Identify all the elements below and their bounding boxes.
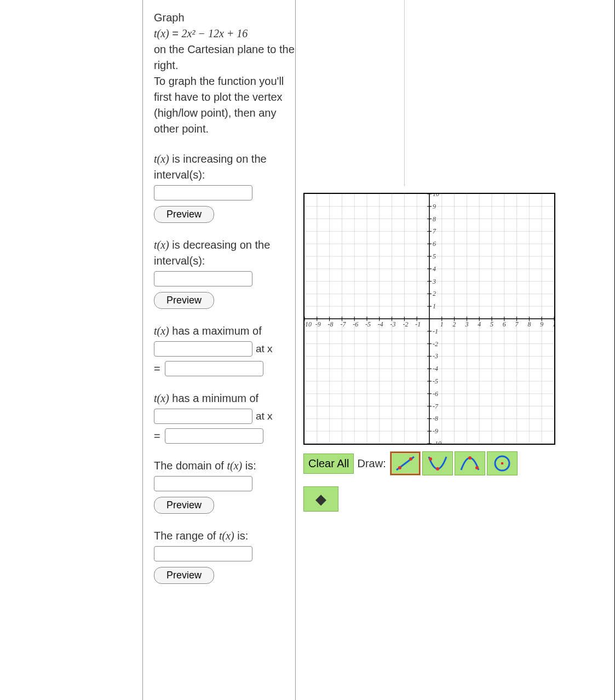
svg-text:-7: -7 xyxy=(340,320,346,328)
svg-text:-1: -1 xyxy=(415,320,421,328)
domain-label: The domain of t(x) is: xyxy=(154,458,295,474)
max-label: t(x) has a maximum of xyxy=(154,323,295,339)
circle-tool[interactable] xyxy=(487,451,518,475)
preview-button[interactable]: Preview xyxy=(154,567,214,584)
parabola-down-tool[interactable] xyxy=(455,451,485,475)
svg-text:3: 3 xyxy=(464,320,468,328)
question-column: Graph t(x) = 2x² − 12x + 16 on the Carte… xyxy=(142,0,296,700)
svg-text:-10: -10 xyxy=(304,320,312,328)
domain-text-c: is: xyxy=(242,460,256,472)
svg-text:-8: -8 xyxy=(328,320,334,328)
svg-text:-3: -3 xyxy=(433,352,438,360)
svg-text:-7: -7 xyxy=(433,403,439,410)
preview-button[interactable]: Preview xyxy=(154,292,214,309)
max-at-input[interactable] xyxy=(165,361,263,376)
column-separator xyxy=(404,0,405,186)
min-fn: t(x) xyxy=(154,392,169,404)
svg-text:9: 9 xyxy=(540,320,543,328)
svg-text:9: 9 xyxy=(433,203,436,210)
draw-label: Draw: xyxy=(355,454,388,473)
svg-text:-9: -9 xyxy=(433,427,438,435)
svg-text:7: 7 xyxy=(433,227,436,235)
domain-text-a: The domain of xyxy=(154,460,227,472)
svg-text:6: 6 xyxy=(433,240,436,248)
min-at-input[interactable] xyxy=(165,428,263,444)
range-section: The range of t(x) is: Preview xyxy=(154,528,295,584)
increasing-input[interactable] xyxy=(154,185,252,200)
parabola-up-icon xyxy=(426,454,450,473)
svg-text:-8: -8 xyxy=(433,415,438,422)
increasing-text: is increasing on the interval(s): xyxy=(154,153,267,181)
parabola-up-tool[interactable] xyxy=(422,451,453,475)
svg-text:-9: -9 xyxy=(315,320,321,328)
increasing-fn: t(x) xyxy=(154,153,169,165)
svg-text:1: 1 xyxy=(440,320,444,328)
line-icon xyxy=(393,454,417,473)
clear-all-button[interactable]: Clear All xyxy=(303,454,354,474)
svg-text:-5: -5 xyxy=(433,377,438,385)
preview-button[interactable]: Preview xyxy=(154,497,214,514)
draw-toolbar: Clear All Draw: xyxy=(303,451,555,475)
svg-text:3: 3 xyxy=(432,278,436,285)
range-text-c: is: xyxy=(234,530,249,542)
min-value-input[interactable] xyxy=(154,409,252,424)
dot-toolbar: ◆ xyxy=(303,486,555,512)
svg-text:10: 10 xyxy=(553,320,554,328)
circle-icon xyxy=(490,454,514,473)
svg-text:-3: -3 xyxy=(390,320,396,328)
domain-input[interactable] xyxy=(154,476,252,491)
svg-text:-1: -1 xyxy=(433,328,438,335)
svg-text:5: 5 xyxy=(490,320,493,328)
page-root: Graph t(x) = 2x² − 12x + 16 on the Carte… xyxy=(0,0,615,700)
domain-fn: t(x) xyxy=(227,460,242,472)
svg-point-125 xyxy=(398,466,401,469)
graph-area: -10-9-8-7-6-5-4-3-2-11234567891010987654… xyxy=(303,193,555,512)
cartesian-plane[interactable]: -10-9-8-7-6-5-4-3-2-11234567891010987654… xyxy=(303,193,555,445)
prompt-instructions: To graph the function you'll first have … xyxy=(154,75,284,135)
svg-point-130 xyxy=(475,466,479,469)
prompt-block: Graph t(x) = 2x² − 12x + 16 on the Carte… xyxy=(154,10,295,137)
svg-point-127 xyxy=(436,467,439,471)
point-tool[interactable]: ◆ xyxy=(303,486,338,512)
svg-text:6: 6 xyxy=(503,320,506,328)
prompt-rest: on the Cartesian plane to the right. xyxy=(154,43,295,71)
svg-point-126 xyxy=(409,457,412,461)
decreasing-fn: t(x) xyxy=(154,239,169,251)
svg-text:-4: -4 xyxy=(433,365,438,372)
range-text-a: The range of xyxy=(154,530,219,542)
svg-text:-4: -4 xyxy=(378,320,383,328)
decreasing-input[interactable] xyxy=(154,271,252,286)
prompt-word-graph: Graph xyxy=(154,12,185,24)
domain-section: The domain of t(x) is: Preview xyxy=(154,458,295,514)
svg-point-128 xyxy=(429,457,432,461)
equals-sign: = xyxy=(169,27,182,39)
svg-text:-10: -10 xyxy=(433,440,441,444)
preview-button[interactable]: Preview xyxy=(154,206,214,223)
svg-text:2: 2 xyxy=(433,290,436,297)
svg-text:8: 8 xyxy=(527,320,531,328)
decreasing-section: t(x) is decreasing on the interval(s): P… xyxy=(154,237,295,309)
svg-text:-5: -5 xyxy=(365,320,371,328)
svg-text:-2: -2 xyxy=(403,320,408,328)
svg-rect-132 xyxy=(501,462,503,464)
max-text: has a maximum of xyxy=(169,325,262,337)
at-x-label: at x xyxy=(256,410,273,422)
svg-text:-6: -6 xyxy=(353,320,358,328)
increasing-label: t(x) is increasing on the interval(s): xyxy=(154,151,295,183)
equals-label: = xyxy=(154,363,160,375)
svg-text:-6: -6 xyxy=(433,390,438,398)
svg-text:1: 1 xyxy=(433,302,436,310)
decreasing-text: is decreasing on the interval(s): xyxy=(154,239,270,267)
function-expression: 2x² − 12x + 16 xyxy=(182,27,248,39)
line-tool[interactable] xyxy=(390,451,421,475)
range-fn: t(x) xyxy=(219,530,234,542)
svg-text:10: 10 xyxy=(433,194,439,198)
min-text: has a minimum of xyxy=(169,392,258,404)
increasing-section: t(x) is increasing on the interval(s): P… xyxy=(154,151,295,223)
svg-text:7: 7 xyxy=(515,320,519,328)
range-input[interactable] xyxy=(154,546,252,561)
minimum-section: t(x) has a minimum of at x = xyxy=(154,391,295,444)
svg-text:4: 4 xyxy=(478,320,481,328)
max-value-input[interactable] xyxy=(154,341,252,357)
svg-point-129 xyxy=(468,456,472,460)
